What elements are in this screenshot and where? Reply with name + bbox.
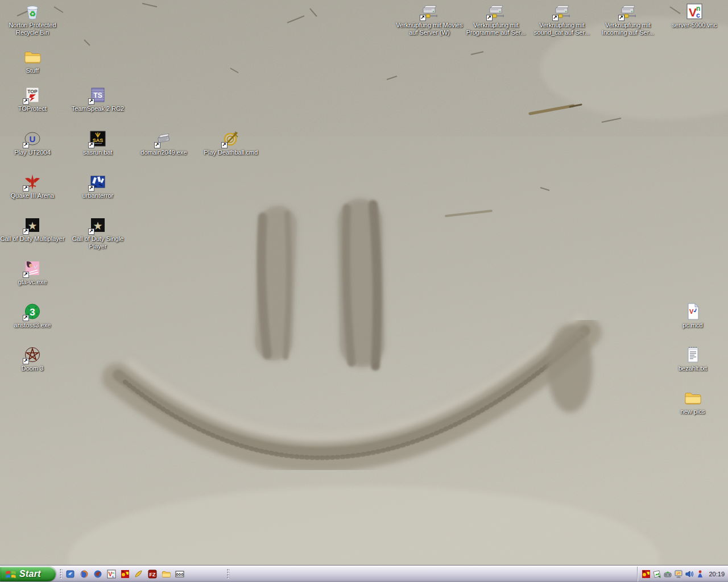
tray-green-device[interactable] [663, 569, 672, 579]
desktop-icon-domain2049[interactable]: domain2049.exe [135, 130, 192, 156]
icon-label: urbanterror [82, 192, 113, 199]
taskbar-grip[interactable] [227, 569, 230, 579]
shortcut-arrow-icon [23, 185, 29, 192]
desktop-icon-cod-multiplayer[interactable]: Call of Duty Multiplayer [0, 216, 69, 243]
desktop-icon-netdrive-programme[interactable]: Verknüpfung mit Programme auf Ser... [461, 2, 531, 36]
desktop-icon-bezahlt-txt[interactable]: bezahlt.txt [664, 346, 721, 372]
icon-label: Doom 3 [22, 365, 44, 372]
desktop-icon-netdrive-incoming[interactable]: Verknüpfung mit Incoming auf Ser... [593, 2, 663, 36]
quick-launch-feather-app[interactable] [133, 568, 144, 580]
tray-clock[interactable]: 20:19 [709, 571, 725, 577]
tray-red-yellow-app[interactable] [641, 569, 651, 579]
shortcut-arrow-icon [88, 185, 94, 192]
shortcut-arrow-icon [88, 142, 94, 148]
icon-label: Stuff [26, 67, 39, 74]
shortcut-arrow-icon [552, 15, 559, 21]
shortcut-arrow-icon [420, 15, 426, 21]
volume-icon [685, 569, 694, 579]
desktop-icon-netdrive-movies[interactable]: Verknüpfung mit Movies auf Server (W) [394, 2, 465, 36]
tray-display-settings[interactable] [673, 569, 683, 579]
ooo-counter-icon [175, 569, 184, 579]
shortcut-arrow-icon [23, 315, 29, 321]
icon-label: anstoss3.exe [14, 322, 51, 329]
folder-icon [684, 389, 702, 407]
desktop-icon-stuff[interactable]: Stuff [4, 48, 61, 74]
desktop-icon-teamspeak[interactable]: TeamSpeak 2 RC2 [64, 86, 132, 113]
shortcut-arrow-icon [23, 272, 29, 278]
shortcut-arrow-icon [23, 98, 29, 105]
quick-launch-bar [64, 567, 185, 581]
tray-red-blue-person[interactable] [695, 569, 705, 579]
tray-volume[interactable] [684, 569, 694, 579]
green-device-icon [663, 569, 672, 579]
desktop-icon-gta-vc[interactable]: gta-vc.exe [4, 259, 61, 286]
folder-icon [23, 48, 42, 66]
shortcut-arrow-icon [23, 142, 29, 148]
icon-label: Call of Duty Single Player [66, 235, 130, 250]
icon-label: server-5900.vnc [672, 22, 717, 29]
desktop-icon-new-pics[interactable]: new pics [664, 389, 721, 415]
desktop-icon-doom3[interactable]: Doom 3 [4, 346, 61, 372]
quick-launch-blue-app[interactable] [64, 568, 76, 580]
desktop-icon-quake3[interactable]: Quake III Arena [4, 173, 61, 199]
text-file-icon [684, 346, 702, 364]
desktop-icon-norton-recycle-bin[interactable]: Norton Protected Recycle Bin [4, 2, 61, 36]
icon-label: domain2049.exe [140, 149, 187, 156]
red-yellow-app-icon [642, 569, 651, 579]
quick-launch-thunderbird[interactable] [92, 568, 104, 580]
desktop-icon-toprotect[interactable]: TOProtect [4, 86, 61, 113]
shortcut-arrow-icon [486, 15, 493, 21]
icon-label: Verknüpfung mit Incoming auf Ser... [593, 22, 663, 36]
shortcut-arrow-icon [23, 358, 29, 364]
blue-app-icon [66, 569, 75, 579]
tray-photo-viewer[interactable] [652, 569, 661, 579]
icon-label: new pics [681, 408, 705, 415]
desktop-icon-play-deathball[interactable]: Play Deathball.cmd [197, 130, 265, 156]
desktop-icon-server5900-vnc[interactable]: server-5900.vnc [666, 2, 723, 29]
quick-launch-red-yellow-app[interactable] [119, 568, 131, 580]
icon-label: bezahlt.txt [679, 365, 707, 372]
start-button[interactable]: Start [0, 567, 56, 581]
taskbar: Start 20:19 [0, 566, 728, 582]
desktop-icon-play-ut2004[interactable]: Play UT2004 [4, 130, 61, 156]
shortcut-arrow-icon [88, 98, 94, 105]
quick-launch-grip[interactable] [60, 569, 63, 579]
desktop-icon-pc-mcd[interactable]: pc.mcd [664, 302, 721, 329]
quick-launch-ooo-counter[interactable] [173, 568, 185, 580]
quick-launch-folder[interactable] [160, 568, 172, 580]
start-button-label: Start [19, 569, 41, 579]
icon-label: TeamSpeak 2 RC2 [72, 105, 124, 113]
vnc-icon [685, 2, 704, 20]
red-blue-person-icon [696, 569, 705, 579]
filezilla-icon [148, 569, 157, 579]
icon-label: Verknüpfung mit sound_cat auf Ser... [527, 22, 597, 36]
icon-label: gta-vc.exe [18, 278, 47, 286]
desktop-icon-anstoss3[interactable]: anstoss3.exe [4, 302, 61, 329]
thunderbird-icon [93, 569, 102, 579]
quick-launch-filezilla[interactable] [146, 568, 158, 580]
shortcut-arrow-icon [88, 228, 94, 235]
quick-launch-firefox[interactable] [78, 568, 90, 580]
shortcut-arrow-icon [221, 142, 228, 148]
desktop-icon-netdrive-soundcat[interactable]: Verknüpfung mit sound_cat auf Ser... [527, 2, 597, 36]
icon-label: Verknüpfung mit Movies auf Server (W) [394, 22, 465, 36]
vnc-document-icon [684, 302, 702, 321]
icon-label: pc.mcd [682, 322, 702, 329]
desktop-icon-sasrun-bat[interactable]: sasrun.bat [69, 130, 126, 156]
desktop-icon-urbanterror[interactable]: urbanterror [69, 173, 126, 199]
shortcut-arrow-icon [618, 15, 624, 21]
icon-label: sasrun.bat [83, 149, 112, 156]
vnc-icon [107, 569, 116, 579]
shortcut-arrow-icon [23, 228, 29, 235]
icon-label: Norton Protected Recycle Bin [4, 22, 61, 36]
gold-feather-icon [134, 569, 143, 579]
display-settings-icon [674, 569, 683, 579]
windows-logo-icon [5, 569, 16, 580]
icon-label: Verknüpfung mit Programme auf Ser... [461, 22, 531, 36]
recycle-bin-icon [23, 2, 42, 20]
firefox-icon [80, 569, 89, 579]
desktop-icon-cod-singleplayer[interactable]: Call of Duty Single Player [66, 216, 130, 250]
icon-label: Play UT2004 [14, 149, 51, 156]
quick-launch-vnc[interactable] [105, 568, 117, 580]
icon-label: Play Deathball.cmd [204, 149, 258, 156]
